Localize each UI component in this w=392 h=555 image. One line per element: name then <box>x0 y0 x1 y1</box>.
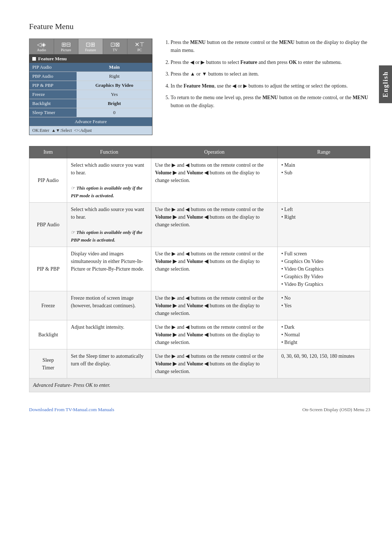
osd-menu-box: Feature Menu PIP Audio Main PBP Audio Ri… <box>29 54 152 135</box>
osd-row-pbp-audio: PBP Audio Right <box>29 72 152 81</box>
range-pbp-audio: • Left• Right <box>277 203 370 247</box>
osd-icon-picture: ⊞⊟ Picture <box>54 39 79 54</box>
page-title: Feature Menu <box>29 22 370 31</box>
op-pbp-audio: Use the ▶ and ◀ buttons on the remote co… <box>151 203 278 247</box>
feature-table: Item Function Operation Range PIP Audio … <box>29 146 370 392</box>
table-row-pbp-audio: PBP Audio Select which audio source you … <box>29 203 370 247</box>
func-pbp-audio: Select which audio source you want to he… <box>67 203 151 247</box>
instruction-step-5: To return to the menu one level up, pres… <box>171 94 370 110</box>
osd-icon-tv: ⊡⊠ TV <box>103 39 128 54</box>
osd-row-sleep-timer: Sleep Timer 0 <box>29 108 152 117</box>
item-freeze: Freeze <box>29 291 67 320</box>
op-freeze: Use the ▶ and ◀ buttons on the remote co… <box>151 291 278 320</box>
func-pip-audio: Select which audio source you want to he… <box>67 158 151 203</box>
page-number: On-Screen Display (OSD) Menu 23 <box>302 407 370 413</box>
op-pip-audio: Use the ▶ and ◀ buttons on the remote co… <box>151 158 278 203</box>
col-header-item: Item <box>29 146 67 158</box>
osd-row-pip-audio: PIP Audio Main <box>29 63 152 72</box>
item-sleep-timer: SleepTimer <box>29 349 67 378</box>
osd-icon-audio: ◁◈ Audio <box>29 39 54 54</box>
osd-nav-hint: OK:Enter ▲▼:Select <>:Adjust <box>29 126 152 135</box>
table-row-pip-audio: PIP Audio Select which audio source you … <box>29 158 370 203</box>
table-footer-cell: Advanced Feature- Press OK to enter. <box>29 378 370 392</box>
item-backlight: Backlight <box>29 320 67 349</box>
osd-icon-pc: ✕⊤ PC <box>127 39 152 54</box>
table-header-row: Item Function Operation Range <box>29 146 370 158</box>
func-backlight: Adjust backlight intensity. <box>67 320 151 349</box>
col-header-range: Range <box>277 146 370 158</box>
top-section: ◁◈ Audio ⊞⊟ Picture ⊡⊞ Feature ⊡⊠ TV ✕⊤ <box>29 39 370 135</box>
osd-icon-bar: ◁◈ Audio ⊞⊟ Picture ⊡⊞ Feature ⊡⊠ TV ✕⊤ <box>29 39 152 54</box>
op-pip-pbp: Use the ▶ and ◀ buttons on the remote co… <box>151 247 278 291</box>
col-header-function: Function <box>67 146 151 158</box>
table-row-sleep-timer: SleepTimer Set the Sleep timer to automa… <box>29 349 370 378</box>
item-pip-pbp: PIP & PBP <box>29 247 67 291</box>
osd-row-freeze: Freeze Yes <box>29 90 152 99</box>
footer-link[interactable]: Downloaded From TV-Manual.com Manuals <box>29 407 114 413</box>
range-pip-pbp: • Full screen • Graphics On Video • Vide… <box>277 247 370 291</box>
op-backlight: Use the ▶ and ◀ buttons on the remote co… <box>151 320 278 349</box>
osd-menu-header: Feature Menu <box>29 55 152 63</box>
instructions-list: Press the MENU button on the remote cont… <box>163 39 370 110</box>
osd-row-advance: Advance Feature <box>29 117 152 126</box>
menu-header-icon <box>32 57 36 61</box>
osd-menu: ◁◈ Audio ⊞⊟ Picture ⊡⊞ Feature ⊡⊠ TV ✕⊤ <box>29 39 152 135</box>
osd-row-backlight: Backlight Bright <box>29 99 152 108</box>
func-sleep-timer: Set the Sleep timer to automatically tur… <box>67 349 151 378</box>
range-freeze: • No• Yes <box>277 291 370 320</box>
instruction-step-3: Press the ▲ or ▼ buttons to select an it… <box>171 70 370 78</box>
osd-menu-header-label: Feature Menu <box>38 56 67 62</box>
instruction-step-4: In the Feature Menu, use the ◀ or ▶ butt… <box>171 82 370 90</box>
osd-row-pip-pbp: PIP & PBP Graphics By Video <box>29 81 152 90</box>
table-row-freeze: Freeze Freeze motion of screen image (ho… <box>29 291 370 320</box>
table-row-pip-pbp: PIP & PBP Display video and images simul… <box>29 247 370 291</box>
func-pip-pbp: Display video and images simultaneously … <box>67 247 151 291</box>
range-backlight: • Dark• Normal• Bright <box>277 320 370 349</box>
item-pip-audio: PIP Audio <box>29 158 67 203</box>
col-header-operation: Operation <box>151 146 278 158</box>
osd-icon-feature: ⊡⊞ Feature <box>78 39 103 54</box>
func-freeze: Freeze motion of screen image (however, … <box>67 291 151 320</box>
item-pbp-audio: PBP Audio <box>29 203 67 247</box>
instruction-step-2: Press the ◀ or ▶ buttons to select Featu… <box>171 58 370 66</box>
instructions-panel: Press the MENU button on the remote cont… <box>163 39 370 135</box>
range-sleep-timer: 0, 30, 60, 90, 120, 150, 180 minutes <box>277 349 370 378</box>
op-sleep-timer: Use the ▶ and ◀ buttons on the remote co… <box>151 349 278 378</box>
table-row-backlight: Backlight Adjust backlight intensity. Us… <box>29 320 370 349</box>
instruction-step-1: Press the MENU button on the remote cont… <box>171 39 370 55</box>
range-pip-audio: • Main• Sub <box>277 158 370 203</box>
table-footer-row: Advanced Feature- Press OK to enter. <box>29 378 370 392</box>
